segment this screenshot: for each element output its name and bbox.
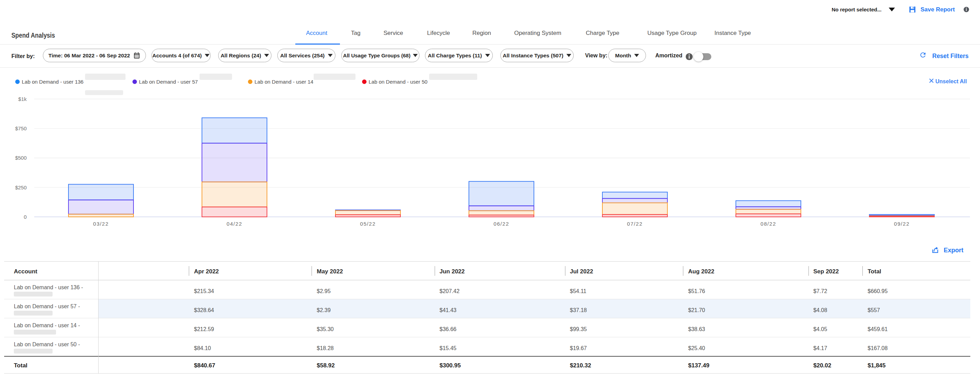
svg-text:$250: $250: [15, 184, 27, 190]
svg-text:03/22: 03/22: [93, 221, 109, 227]
svg-text:$500: $500: [15, 155, 27, 161]
svg-text:07/22: 07/22: [627, 221, 643, 227]
svg-text:06/22: 06/22: [493, 221, 509, 227]
svg-text:08/22: 08/22: [760, 221, 776, 227]
svg-text:0: 0: [24, 214, 27, 220]
svg-text:$1k: $1k: [18, 96, 27, 102]
svg-text:09/22: 09/22: [894, 221, 910, 227]
svg-text:$750: $750: [15, 125, 27, 131]
svg-text:04/22: 04/22: [226, 221, 242, 227]
svg-text:05/22: 05/22: [360, 221, 376, 227]
